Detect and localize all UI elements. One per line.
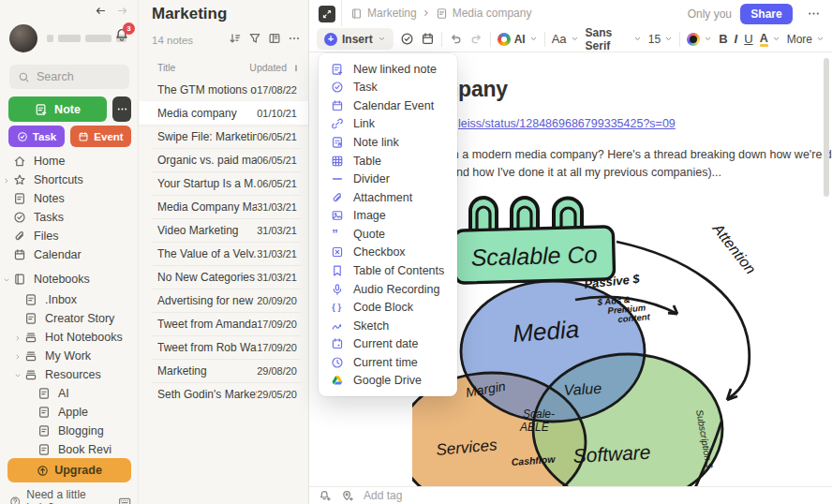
font-family-select[interactable]: Sans Serif <box>586 26 642 52</box>
insert-menu-item-attachment[interactable]: Attachment <box>319 188 457 207</box>
note-list-row[interactable]: Advertising for new ...20/09/20 <box>139 289 308 312</box>
notebook-item-apple[interactable]: Apple <box>0 403 139 422</box>
sidebar-item-shortcuts[interactable]: Shortcuts <box>0 170 139 189</box>
chevron-down-icon[interactable] <box>14 372 22 379</box>
note-list-row[interactable]: No New Categories31/03/21 <box>139 265 308 289</box>
filter-icon[interactable] <box>248 32 261 45</box>
redo-button[interactable] <box>469 32 483 46</box>
event-toolbar-button[interactable] <box>421 32 435 46</box>
share-button[interactable]: Share <box>740 4 793 24</box>
ai-button[interactable]: AI <box>498 33 538 46</box>
pin-add-icon[interactable] <box>341 489 354 502</box>
list-more-icon[interactable] <box>288 32 301 45</box>
notebook-item-blogging[interactable]: Blogging <box>0 422 139 440</box>
avatar[interactable] <box>9 24 37 52</box>
sidebar-item-notes[interactable]: Notes <box>0 189 139 208</box>
column-title[interactable]: Title <box>157 62 175 73</box>
media-company-sketch-image[interactable]: Scalable Co Attention Subscription $ Pas… <box>412 187 825 497</box>
font-size-select[interactable]: 15 <box>648 33 673 46</box>
insert-menu-item-sketch[interactable]: Sketch <box>319 317 457 335</box>
insert-menu-item-current-time[interactable]: Current time <box>319 353 457 372</box>
view-options-icon[interactable] <box>268 32 281 45</box>
note-list-row[interactable]: Media Company Ma...31/03/21 <box>139 195 308 218</box>
new-event-button[interactable]: Event <box>70 126 131 147</box>
help-row[interactable]: Need a little help? <box>9 488 131 504</box>
breadcrumb-note[interactable]: Media company <box>453 7 532 20</box>
insert-menu-item-table-of-contents[interactable]: Table of Contents <box>319 261 457 280</box>
note-plus-icon <box>35 103 48 116</box>
note-list-row[interactable]: The GTM motions o...17/08/22 <box>139 78 308 101</box>
note-list-row-selected[interactable]: Media company01/10/21 <box>139 101 308 125</box>
sidebar-section-notebooks[interactable]: Notebooks <box>0 270 139 289</box>
note-list-row[interactable]: Seth Godin's Market...29/05/20 <box>139 382 308 406</box>
insert-menu-item-task[interactable]: Task <box>319 79 457 97</box>
notebook-item-resources[interactable]: Resources <box>0 365 139 384</box>
notebook-item-my-work[interactable]: My Work <box>0 347 139 365</box>
notebook-item-book-reviews[interactable]: Book Revi <box>0 440 139 459</box>
notebook-item-ai[interactable]: AI <box>0 384 139 403</box>
note-list-row[interactable]: Video Marketing31/03/21 <box>139 218 308 242</box>
editor-more-icon[interactable] <box>807 7 821 21</box>
insert-menu-item-audio-recording[interactable]: Audio Recording <box>319 280 457 299</box>
sort-icon[interactable] <box>229 32 242 45</box>
tweet-link[interactable]: leiss/status/1284869686799335425?s=09 <box>458 117 676 130</box>
forward-arrow-icon[interactable] <box>116 5 128 17</box>
notifications-button[interactable]: 3 <box>114 27 129 42</box>
insert-menu-item-google-drive[interactable]: Google Drive <box>319 372 457 391</box>
highlight-button[interactable]: A <box>760 32 780 46</box>
chevron-right-icon[interactable] <box>14 334 22 342</box>
chevron-down-icon[interactable] <box>3 276 10 284</box>
new-task-button[interactable]: Task <box>8 126 65 147</box>
insert-menu-item-divider[interactable]: Divider <box>319 170 457 188</box>
note-list-row[interactable]: Tweet from Rob Wal...17/09/20 <box>139 335 308 359</box>
insert-menu-item-current-date[interactable]: Current date <box>319 334 457 353</box>
task-toolbar-button[interactable] <box>400 32 414 46</box>
column-updated[interactable]: Updated <box>249 62 297 73</box>
note-list-row[interactable]: Swipe File: Marketin...06/05/21 <box>139 125 308 148</box>
note-list-row[interactable]: Marketing29/08/20 <box>139 359 308 382</box>
underline-button[interactable]: U <box>744 32 752 46</box>
note-more-button[interactable] <box>112 96 131 122</box>
editor-scrollbar[interactable] <box>824 58 829 197</box>
breadcrumb-notebook[interactable]: Marketing <box>367 7 417 20</box>
insert-menu-item-image[interactable]: Image <box>319 207 457 226</box>
insert-button[interactable]: + Insert <box>317 28 394 50</box>
italic-button[interactable]: I <box>735 32 738 46</box>
note-list-row[interactable]: Tweet from Amanda...17/09/20 <box>139 312 308 335</box>
text-color-button[interactable] <box>687 33 712 46</box>
insert-menu-item-note-link[interactable]: Note link <box>319 133 457 152</box>
bold-button[interactable]: B <box>719 32 727 46</box>
chevron-right-icon[interactable] <box>14 353 22 361</box>
sidebar-item-tasks[interactable]: Tasks <box>0 208 139 227</box>
insert-menu-item-quote[interactable]: Quote <box>319 225 457 244</box>
note-list-row[interactable]: Your Startup Is a M...06/05/21 <box>139 171 308 195</box>
search-input[interactable]: Search <box>9 65 129 89</box>
add-tag-button[interactable]: Add tag <box>364 489 402 502</box>
insert-menu-item-new-linked-note[interactable]: New linked note <box>319 60 457 79</box>
undo-button[interactable] <box>449 32 463 46</box>
notebook-item-hot-notebooks[interactable]: Hot Notebooks <box>0 328 139 347</box>
insert-menu-item-checkbox[interactable]: Checkbox <box>319 244 457 262</box>
insert-menu-item-table[interactable]: Table <box>319 152 457 170</box>
more-formatting-button[interactable]: More <box>787 33 825 46</box>
chevron-right-icon[interactable] <box>3 177 10 185</box>
sidebar-item-calendar[interactable]: Calendar <box>0 245 139 264</box>
insert-menu-item-code-block[interactable]: Code Block <box>319 298 457 317</box>
insert-menu-item-calendar-event[interactable]: Calendar Event <box>319 96 457 115</box>
reminder-add-icon[interactable] <box>319 489 332 502</box>
keyboard-shortcuts-icon[interactable] <box>118 495 131 504</box>
sidebar-item-home[interactable]: Home <box>0 152 139 170</box>
notebook-item-creator-story[interactable]: Creator Story <box>0 309 139 328</box>
upgrade-button[interactable]: Upgrade <box>7 458 131 482</box>
new-note-button[interactable]: Note <box>8 96 107 122</box>
notebook-item-inbox[interactable]: .Inbox <box>0 290 139 309</box>
note-paragraph[interactable]: in a modern media company? Here's a thre… <box>450 146 832 182</box>
back-arrow-icon[interactable] <box>95 5 107 17</box>
note-list-row[interactable]: The Value of a Velv...31/03/21 <box>139 242 308 265</box>
note-list-row[interactable]: Organic vs. paid ma...06/05/21 <box>139 148 308 171</box>
profile-row[interactable]: 3 <box>9 24 129 54</box>
expand-button[interactable] <box>319 6 335 22</box>
sidebar-item-files[interactable]: Files <box>0 227 139 245</box>
text-style-button[interactable]: Aa <box>552 32 579 46</box>
insert-menu-item-link[interactable]: Link <box>319 115 457 134</box>
